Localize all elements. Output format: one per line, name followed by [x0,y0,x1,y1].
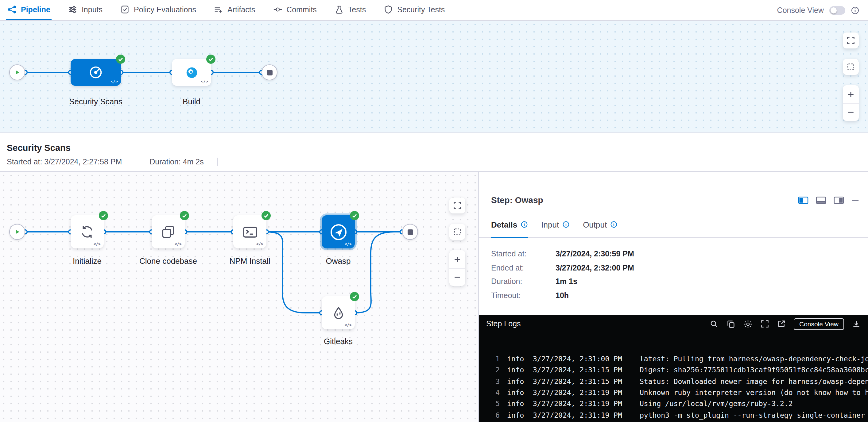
log-level: info [507,366,525,375]
step-logs-header: Step Logs Console View [479,315,868,332]
log-line: 2 info 3/27/2024, 2:31:15 PM Digest: sha… [479,365,868,376]
step-logs-console: Step Logs Console View 1 info 3/27/2024,… [479,315,868,422]
tab-input-label: Input [541,220,559,229]
tab-output[interactable]: Output [583,212,617,238]
stage-meta: Started at: 3/27/2024, 2:27:58 PM Durati… [7,158,231,166]
tab-inputs[interactable]: Inputs [67,0,104,20]
gitleaks-icon [331,305,346,321]
field-value: 3/27/2024, 2:32:00 PM [556,263,634,272]
step-label-gitleaks[interactable]: Gitleaks [298,337,378,346]
tab-policy-evaluations[interactable]: Policy Evaluations [119,0,197,20]
step-node-initialize[interactable]: </> [71,215,104,249]
log-level: info [507,377,525,386]
step-label-npm-install[interactable]: NPM Install [210,256,290,266]
field-row: Duration: 1m 1s [491,277,856,286]
stage-node-build[interactable]: </> [172,59,211,86]
field-value: 1m 1s [556,277,577,286]
search-icon[interactable] [710,320,718,328]
stage-label-build[interactable]: Build [149,97,235,106]
pipeline-execution-page: Pipeline Inputs Policy Evaluations Artif… [0,0,868,422]
template-code-glyph: </> [111,79,118,84]
owasp-icon [329,222,348,241]
log-message: Using /usr/local/rvm/gems/ruby-3.2.2 [640,400,793,408]
step-node-gitleaks[interactable]: </> [322,296,355,329]
play-icon [13,228,22,236]
step-label-initialize[interactable]: Initialize [47,256,127,266]
shield-icon [384,5,393,14]
gear-icon[interactable] [743,319,753,328]
log-line: 5 info 3/27/2024, 2:31:19 PM Using /usr/… [479,398,868,410]
tab-inputs-label: Inputs [82,5,102,14]
step-node-clone-codebase[interactable]: </> [152,215,185,249]
info-icon[interactable] [851,6,859,14]
tab-security-tests[interactable]: Security Tests [382,0,446,20]
commit-icon [273,5,282,14]
tab-tests-label: Tests [348,5,366,14]
step-logs-title: Step Logs [486,320,521,328]
zoom-out-button[interactable] [843,103,859,121]
tab-commits-label: Commits [286,5,317,14]
zoom-in-button[interactable] [450,250,465,268]
fullscreen-icon[interactable] [761,320,769,328]
panel-layout-controls [798,196,859,204]
stop-icon [267,70,272,75]
tab-tests[interactable]: Tests [333,0,367,20]
log-line-number: 3 [492,377,500,386]
copy-icon[interactable] [726,319,735,328]
zoom-out-button[interactable] [450,268,465,286]
stage-node-security-scans[interactable]: </> [71,59,121,86]
layout-bottom-panel-icon[interactable] [816,196,826,204]
layout-left-panel-icon[interactable] [798,196,808,204]
minimize-panel-icon[interactable] [851,196,859,204]
tab-details[interactable]: Details [491,212,528,238]
stage-graph-canvas: </> </> Security Scans Build [0,21,868,132]
field-label: Duration: [491,277,556,286]
stage-zoom-controls [843,85,859,121]
zoom-in-button[interactable] [843,85,859,103]
log-timestamp: 3/27/2024, 2:31:19 PM [533,400,625,408]
initialize-sync-icon [79,224,95,240]
log-line-number: 5 [492,400,500,408]
step-zoom-controls [450,250,465,286]
console-view-toggle[interactable] [829,6,845,14]
step-node-npm-install[interactable]: </> [233,215,267,249]
stage-connectors [0,21,868,132]
log-line: 4 info 3/27/2024, 2:31:19 PM Unknown rub… [479,387,868,398]
step-start-node[interactable] [9,224,25,240]
template-code-glyph: </> [94,242,101,247]
step-end-node[interactable] [402,224,418,240]
log-timestamp: 3/27/2024, 2:31:00 PM [533,355,625,363]
step-label-owasp[interactable]: Owasp [298,256,378,266]
step-detail-fields: Started at: 3/27/2024, 2:30:59 PM Ended … [479,238,868,300]
step-label-clone-codebase[interactable]: Clone codebase [128,256,208,266]
tab-input[interactable]: Input [541,212,569,238]
step-node-owasp[interactable]: </> [322,215,355,249]
info-icon [520,221,528,228]
stage-start-node[interactable] [9,64,25,80]
step-detail-tabs: Details Input Output [479,212,868,238]
step-fullscreen-button[interactable] [450,197,465,214]
stage-fullscreen-button[interactable] [843,33,859,48]
tab-pipeline[interactable]: Pipeline [6,0,52,20]
stage-duration: Duration: 4m 2s [150,158,218,166]
log-timestamp: 3/27/2024, 2:31:19 PM [533,411,625,419]
field-row: Started at: 3/27/2024, 2:30:59 PM [491,250,856,258]
layout-right-panel-icon[interactable] [834,196,844,204]
external-link-icon[interactable] [777,320,786,328]
stage-end-node[interactable] [261,64,277,80]
download-icon[interactable] [852,320,861,328]
stage-started-at: Started at: 3/27/2024, 2:27:58 PM [7,158,136,166]
artifacts-list-icon [214,5,223,14]
tab-artifacts[interactable]: Artifacts [213,0,256,20]
step-connectors [0,172,479,422]
step-selection-button[interactable] [450,224,465,240]
log-level: info [507,400,525,408]
play-icon [13,68,22,77]
info-icon [610,221,617,228]
stage-label-security-scans[interactable]: Security Scans [53,97,139,106]
console-view-button[interactable]: Console View [794,318,844,330]
tab-commits[interactable]: Commits [272,0,318,20]
template-code-glyph: </> [201,79,208,84]
stage-selection-button[interactable] [843,59,859,75]
template-code-glyph: </> [345,242,352,247]
